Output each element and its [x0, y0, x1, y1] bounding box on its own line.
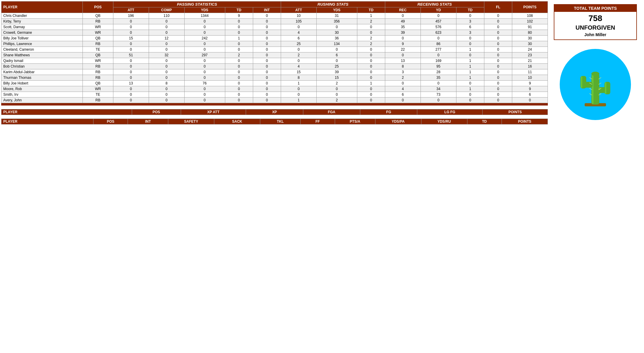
table-cell: 0 — [225, 98, 253, 103]
table-cell: 0 — [421, 52, 456, 58]
table-cell: 0 — [253, 36, 281, 41]
table-cell: 0 — [184, 98, 225, 103]
table-cell: QB — [83, 36, 113, 41]
table-cell: 0 — [149, 30, 184, 36]
table-cell: 11 — [512, 69, 548, 75]
table-row: Moore, RobWR00000000434109 — [1, 86, 548, 92]
passing-section-header: PASSING STATISTICS — [113, 1, 281, 7]
separator-cell — [253, 103, 281, 106]
table-cell: 0 — [184, 92, 225, 98]
table-cell: 0 — [484, 75, 512, 81]
table-cell: 169 — [421, 58, 456, 64]
table-cell: 6 — [316, 52, 357, 58]
table-cell: 0 — [316, 92, 357, 98]
table-cell: 0 — [357, 98, 385, 103]
pass-comp-header: COMP — [149, 7, 184, 13]
rec-yd-header: YD — [421, 7, 456, 13]
table-cell: 1 — [225, 36, 253, 41]
table-cell: 0 — [456, 36, 484, 41]
table-row: Bob ChristianRB0000042508951016 — [1, 64, 548, 69]
table-cell: 35 — [385, 24, 421, 30]
pass-yds-header: YDS — [184, 7, 225, 13]
k-fg-header: FG — [360, 109, 417, 115]
table-cell: 0 — [184, 24, 225, 30]
table-cell: 0 — [357, 69, 385, 75]
k-points-header: POINTS — [483, 109, 548, 115]
table-cell: 0 — [281, 92, 316, 98]
table-cell: 0 — [253, 98, 281, 103]
table-cell: 2 — [357, 36, 385, 41]
table-cell: Billy Joe Hobert — [1, 81, 83, 86]
table-cell: RB — [83, 41, 113, 47]
table-cell: 0 — [357, 24, 385, 30]
k-fga-header: FGA — [303, 109, 360, 115]
table-cell: 22 — [385, 47, 421, 52]
table-cell: 3 — [385, 69, 421, 75]
table-cell: Qadry Ismail — [1, 58, 83, 64]
table-cell: 4 — [385, 86, 421, 92]
table-cell: 0 — [225, 41, 253, 47]
table-cell: 0 — [253, 41, 281, 47]
pass-int-header: INT — [253, 7, 281, 13]
table-cell: 10 — [281, 13, 316, 19]
table-cell: 0 — [484, 52, 512, 58]
d-td-header: TD — [467, 119, 502, 124]
table-cell: 2 — [281, 52, 316, 58]
table-cell: TE — [83, 92, 113, 98]
stats-table-1: PLAYER POS PASSING STATISTICS RUSHING ST… — [1, 1, 548, 106]
table-cell: 0 — [113, 58, 149, 64]
d-safety-header: SAFETY — [168, 119, 214, 124]
stats-table-3: PLAYER POS INT SAFETY SACK TKL FF PTS/A … — [1, 119, 548, 124]
d-ydsru-header: YDS/RU — [421, 119, 467, 124]
table-cell: Bob Christian — [1, 64, 83, 69]
table-cell: Cleeland, Cameron — [1, 47, 83, 52]
table-cell: 0 — [421, 36, 456, 41]
table-cell: 6 — [281, 36, 316, 41]
table-cell: 91 — [512, 24, 548, 30]
table-cell: 0 — [484, 47, 512, 52]
d-player-header: PLAYER — [1, 119, 93, 124]
table-cell: 0 — [281, 47, 316, 52]
separator-cell — [512, 103, 548, 106]
k-xp-header: XP — [246, 109, 303, 115]
table-cell: 0 — [281, 86, 316, 92]
d-ptsa-header: PTS/A — [335, 119, 375, 124]
table-cell: 0 — [184, 19, 225, 24]
table-cell: 0 — [385, 98, 421, 103]
table-cell: 0 — [456, 52, 484, 58]
table-cell: 0 — [113, 47, 149, 52]
table-cell: 0 — [253, 13, 281, 19]
table-cell: Phillips, Lawrence — [1, 41, 83, 47]
table-cell: QB — [83, 13, 113, 19]
table-cell: 0 — [253, 75, 281, 81]
table-cell: 9 — [385, 41, 421, 47]
table-cell: 13 — [113, 81, 149, 86]
table-cell: 0 — [484, 13, 512, 19]
table-cell: 0 — [149, 69, 184, 75]
table-cell: 0 — [357, 30, 385, 36]
points-col-header: POINTS — [512, 1, 548, 13]
k-xpatt-header: XP ATT — [181, 109, 246, 115]
table-cell: 0 — [484, 92, 512, 98]
table-cell: 0 — [184, 41, 225, 47]
separator-cell — [149, 103, 184, 106]
player-col-header: PLAYER — [1, 1, 83, 13]
table-cell: 0 — [253, 47, 281, 52]
separator-cell — [281, 103, 316, 106]
table-cell: 0 — [184, 69, 225, 75]
table-cell: 1 — [456, 58, 484, 64]
table-cell: 2 — [385, 75, 421, 81]
table-cell: 25 — [316, 64, 357, 69]
table-cell: 9 — [225, 13, 253, 19]
table-cell: 0 — [253, 30, 281, 36]
table-cell: 49 — [385, 19, 421, 24]
table-cell: 10 — [512, 75, 548, 81]
main-container: PLAYER POS PASSING STATISTICS RUSHING ST… — [0, 0, 644, 126]
cactus-icon — [569, 58, 622, 111]
table-cell: 0 — [456, 92, 484, 98]
table-cell: 0 — [484, 36, 512, 41]
table-cell: 1 — [281, 81, 316, 86]
table-cell: 0 — [456, 13, 484, 19]
table-cell: 3 — [456, 19, 484, 24]
table-cell: 1 — [456, 47, 484, 52]
